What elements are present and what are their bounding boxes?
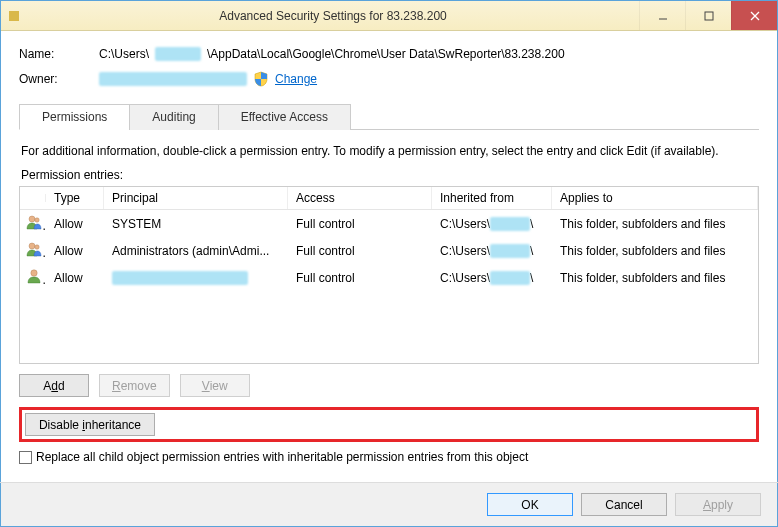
svg-rect-1 <box>705 12 713 20</box>
row-icon <box>20 266 46 289</box>
tab-permissions[interactable]: Permissions <box>19 104 130 130</box>
col-principal[interactable]: Principal <box>104 187 288 209</box>
row-type: Allow <box>46 215 104 233</box>
row-inherited: C:\Users\xxxx\ <box>432 215 552 233</box>
tab-strip: Permissions Auditing Effective Access <box>19 103 759 130</box>
replace-children-row: Replace all child object permission entr… <box>19 450 759 464</box>
close-button[interactable] <box>731 1 777 30</box>
row-access: Full control <box>288 242 432 260</box>
col-type[interactable]: Type <box>46 187 104 209</box>
app-icon <box>9 11 19 21</box>
entries-label: Permission entries: <box>21 168 757 182</box>
svg-point-4 <box>29 216 35 222</box>
row-access: Full control <box>288 215 432 233</box>
row-inherited: C:\Users\xxxx\ <box>432 269 552 287</box>
col-applies[interactable]: Applies to <box>552 187 758 209</box>
svg-point-8 <box>31 270 37 276</box>
owner-row: Owner: xxxxxxxxxxxxxxxxxxxxxx Change <box>19 71 759 87</box>
row-principal: xxxxxxxxxxxxxxxxxxxx <box>104 269 288 287</box>
row-inherited: C:\Users\xxxx\ <box>432 242 552 260</box>
apply-button: Apply <box>675 493 761 516</box>
row-applies: This folder, subfolders and files <box>552 215 758 233</box>
grid-body: AllowSYSTEMFull controlC:\Users\xxxx\Thi… <box>20 210 758 291</box>
row-icon <box>20 239 46 262</box>
name-label: Name: <box>19 47 99 61</box>
row-applies: This folder, subfolders and files <box>552 269 758 287</box>
path-redacted: xxxxx <box>155 47 201 61</box>
remove-button: Remove <box>99 374 170 397</box>
entry-buttons: Add Remove View <box>19 374 759 397</box>
change-owner-link[interactable]: Change <box>275 72 317 86</box>
svg-point-7 <box>35 245 39 249</box>
ok-button[interactable]: OK <box>487 493 573 516</box>
add-button[interactable]: Add <box>19 374 89 397</box>
grid-header: Type Principal Access Inherited from App… <box>20 187 758 210</box>
row-applies: This folder, subfolders and files <box>552 242 758 260</box>
titlebar[interactable]: Advanced Security Settings for 83.238.20… <box>1 1 777 31</box>
tab-auditing[interactable]: Auditing <box>129 104 218 130</box>
owner-value: xxxxxxxxxxxxxxxxxxxxxx Change <box>99 71 317 87</box>
name-row: Name: C:\Users\xxxxx\AppData\Local\Googl… <box>19 47 759 61</box>
row-icon <box>20 212 46 235</box>
cancel-button[interactable]: Cancel <box>581 493 667 516</box>
owner-redacted: xxxxxxxxxxxxxxxxxxxxxx <box>99 72 247 86</box>
replace-children-checkbox[interactable] <box>19 451 32 464</box>
row-access: Full control <box>288 269 432 287</box>
replace-children-label[interactable]: Replace all child object permission entr… <box>36 450 528 464</box>
name-value: C:\Users\xxxxx\AppData\Local\Google\Chro… <box>99 47 565 61</box>
window-controls <box>639 1 777 30</box>
row-type: Allow <box>46 242 104 260</box>
permission-entries-grid[interactable]: Type Principal Access Inherited from App… <box>19 186 759 364</box>
tab-effective-access[interactable]: Effective Access <box>218 104 351 130</box>
svg-point-6 <box>29 243 35 249</box>
svg-point-5 <box>35 218 39 222</box>
disable-inheritance-button[interactable]: Disable inheritance <box>25 413 155 436</box>
security-settings-window: Advanced Security Settings for 83.238.20… <box>0 0 778 527</box>
owner-label: Owner: <box>19 72 99 86</box>
table-row[interactable]: AllowAdministrators (admin\Admi...Full c… <box>20 237 758 264</box>
view-button: View <box>180 374 250 397</box>
row-principal: SYSTEM <box>104 215 288 233</box>
uac-shield-icon <box>253 71 269 87</box>
minimize-button[interactable] <box>639 1 685 30</box>
window-title: Advanced Security Settings for 83.238.20… <box>27 9 639 23</box>
table-row[interactable]: AllowSYSTEMFull controlC:\Users\xxxx\Thi… <box>20 210 758 237</box>
row-principal: Administrators (admin\Admi... <box>104 242 288 260</box>
path-suffix: \AppData\Local\Google\Chrome\User Data\S… <box>207 47 565 61</box>
path-prefix: C:\Users\ <box>99 47 149 61</box>
content-area: Name: C:\Users\xxxxx\AppData\Local\Googl… <box>1 31 777 474</box>
dialog-footer: OK Cancel Apply <box>1 483 777 526</box>
row-type: Allow <box>46 269 104 287</box>
col-inherited[interactable]: Inherited from <box>432 187 552 209</box>
highlight-annotation: Disable inheritance <box>19 407 759 442</box>
col-icon[interactable] <box>20 194 46 202</box>
table-row[interactable]: AllowxxxxxxxxxxxxxxxxxxxxFull controlC:\… <box>20 264 758 291</box>
maximize-button[interactable] <box>685 1 731 30</box>
info-text: For additional information, double-click… <box>21 144 757 158</box>
col-access[interactable]: Access <box>288 187 432 209</box>
